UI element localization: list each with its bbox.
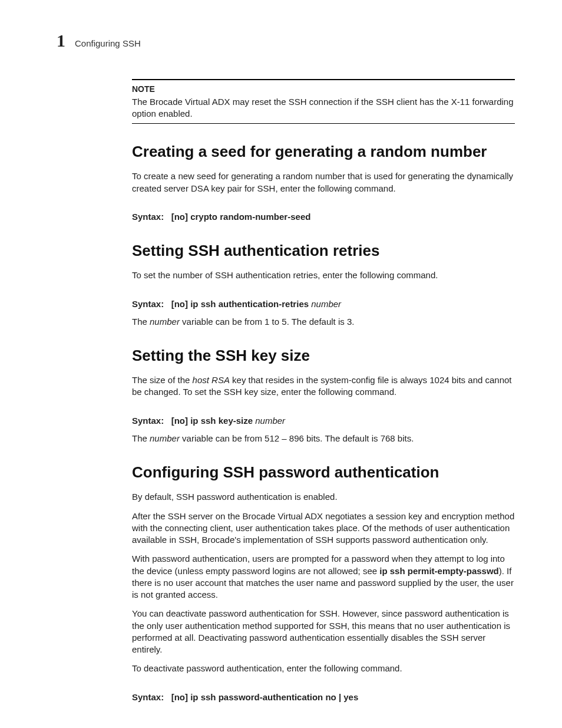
text: The size of the	[132, 375, 193, 385]
syntax-gap	[166, 212, 168, 222]
para-pwauth-4: You can deactivate password authenticati…	[132, 608, 515, 655]
para-pwauth-2: After the SSH server on the Brocade Virt…	[132, 510, 515, 546]
para-pwauth-5: To deactivate password authentication, e…	[132, 663, 515, 674]
syntax-var: number	[255, 416, 285, 426]
para-keysize-2: The number variable can be from 512 – 89…	[132, 433, 515, 444]
syntax-cmd: [no] ip ssh authentication-retries	[171, 299, 312, 309]
var-number: number	[150, 317, 180, 327]
note-body: The Brocade Virtual ADX may reset the SS…	[132, 96, 515, 120]
text: The	[132, 433, 150, 443]
var-number: number	[150, 433, 180, 443]
syntax-retries: Syntax: [no] ip ssh authentication-retri…	[132, 298, 515, 310]
heading-pwauth: Configuring SSH password authentication	[132, 462, 515, 483]
chapter-number: 1	[57, 32, 65, 50]
syntax-cmd: [no] ip ssh key-size	[171, 416, 256, 426]
syntax-label: Syntax:	[132, 416, 164, 426]
syntax-keysize: Syntax: [no] ip ssh key-size number	[132, 415, 515, 427]
chapter-title: Configuring SSH	[75, 38, 141, 48]
syntax-gap	[166, 416, 168, 426]
para-retries-1: To set the number of SSH authentication …	[132, 269, 515, 281]
var-host-rsa: host RSA	[193, 375, 230, 385]
syntax-var: number	[311, 299, 341, 309]
para-pwauth-1: By default, SSH password authentication …	[132, 491, 515, 503]
heading-seed: Creating a seed for generating a random …	[132, 141, 515, 162]
note-label: NOTE	[132, 84, 515, 95]
running-head: 1 Configuring SSH	[57, 32, 515, 50]
note-top-rule	[132, 79, 515, 80]
content-block: NOTE The Brocade Virtual ADX may reset t…	[132, 79, 515, 703]
syntax-pwauth: Syntax: [no] ip ssh password-authenticat…	[132, 691, 515, 703]
syntax-label: Syntax:	[132, 212, 164, 222]
para-retries-2: The number variable can be from 1 to 5. …	[132, 316, 515, 328]
syntax-cmd: [no] crypto random-number-seed	[171, 212, 311, 222]
syntax-label: Syntax:	[132, 692, 164, 702]
text: The	[132, 317, 150, 327]
syntax-label: Syntax:	[132, 299, 164, 309]
para-keysize-1: The size of the host RSA key that reside…	[132, 374, 515, 398]
syntax-gap	[166, 692, 168, 702]
heading-retries: Setting SSH authentication retries	[132, 241, 515, 261]
cmd-inline: ip ssh permit-empty-passwd	[379, 566, 499, 576]
text: variable can be from 512 – 896 bits. The…	[180, 433, 414, 443]
syntax-gap	[166, 299, 168, 309]
page: 1 Configuring SSH NOTE The Brocade Virtu…	[0, 0, 562, 728]
syntax-seed: Syntax: [no] crypto random-number-seed	[132, 211, 515, 223]
para-seed-1: To create a new seed for generating a ra…	[132, 170, 515, 195]
text: variable can be from 1 to 5. The default…	[180, 317, 355, 327]
note-bottom-rule	[132, 123, 515, 124]
heading-keysize: Setting the SSH key size	[132, 345, 515, 366]
para-pwauth-3: With password authentication, users are …	[132, 553, 515, 601]
syntax-cmd: [no] ip ssh password-authentication no |…	[171, 692, 359, 702]
